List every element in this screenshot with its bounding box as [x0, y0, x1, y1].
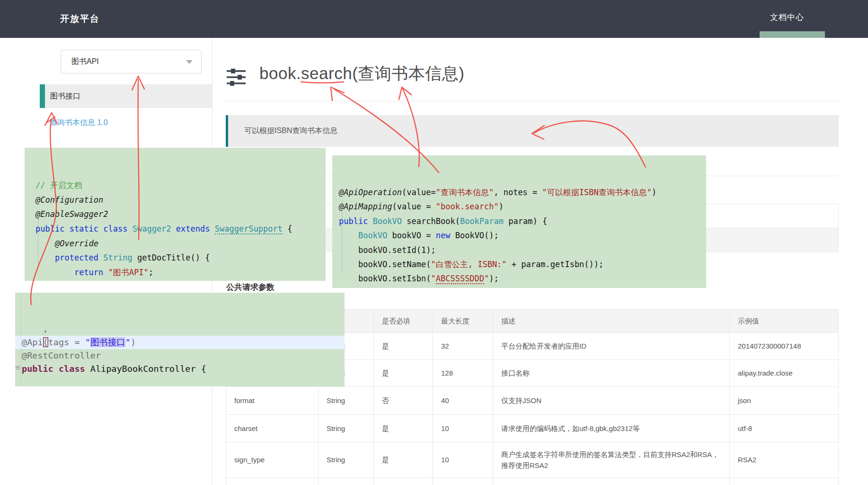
- table-row: sign_typeString是10商户生成签名字符串所使用的签名算法类型，目前…: [226, 442, 838, 477]
- table-cell: [374, 478, 433, 485]
- table-cell: [433, 478, 493, 485]
- annotation-arrowhead: [399, 87, 411, 99]
- table-cell: 10: [433, 442, 493, 477]
- table-row: formatString否40仅支持JSONjson: [226, 386, 838, 414]
- annotation-arrowhead: [331, 87, 344, 100]
- code-overlay-swagger-config: // 开启文档@Configuration@EnableSwagger2publ…: [25, 148, 326, 281]
- table-header-cell: 示例值: [730, 310, 838, 332]
- table-cell: 128: [433, 360, 493, 386]
- table-cell: format: [226, 387, 319, 414]
- table-cell: utf-8: [730, 415, 838, 442]
- code-overlay-search-method: @ApiOperation(value="查询书本信息", notes = "可…: [332, 155, 706, 288]
- code-line: bookVO.setName("白雪公主, ISBN:" + param.get…: [339, 257, 706, 271]
- table-cell: 否: [374, 387, 433, 414]
- table-cell: String: [319, 415, 374, 442]
- code-line: @Configuration: [35, 193, 326, 207]
- notice-banner: 可以根据ISBN查询书本信息: [226, 115, 839, 147]
- code-line: public class AlipayBookController {: [22, 362, 345, 376]
- code-line: }: [35, 280, 326, 281]
- code-line: public BookVO searchBook(BookParam param…: [339, 214, 706, 228]
- notice-text: 可以根据ISBN查询书本信息: [244, 115, 337, 146]
- code-overlay-book-controller: ⊖ ,@Api(tags = "图书接口")@RestControllerpub…: [15, 293, 345, 386]
- code-line: return "图书API";: [35, 265, 326, 280]
- code-line: @EnableSwagger2: [35, 207, 326, 222]
- table-header-cell: 描述: [493, 310, 730, 332]
- code-line: bookVO.setId(1);: [339, 243, 706, 257]
- table-cell: 仅支持JSON: [493, 387, 730, 414]
- section-heading-common-params: 公共请求参数: [226, 282, 275, 293]
- code-line: bookVO.setIsbn("ABCSSSSDDD");: [339, 271, 706, 286]
- api-category-dropdown[interactable]: 图书API: [61, 50, 202, 73]
- table-cell: 是: [374, 415, 433, 442]
- page: 开放平台 文档中心 图书API 图书接口 查询书本信息 1.0 book.sea…: [0, 0, 868, 485]
- table-cell: String: [319, 387, 374, 414]
- table-header-cell: 是否必填: [374, 310, 433, 332]
- sidebar-item-book-api-group[interactable]: 图书接口: [40, 84, 212, 108]
- indent-guide: [38, 209, 38, 267]
- brand-title: 开放平台: [60, 0, 100, 38]
- table-header-cell: 最大长度: [433, 310, 493, 332]
- table-cell: [319, 478, 374, 485]
- code-line: @Override: [35, 236, 326, 251]
- table-cell: RSA2: [730, 442, 838, 477]
- table-cell: [493, 478, 730, 485]
- sidebar-link-search-book[interactable]: 查询书本信息 1.0: [50, 118, 108, 128]
- table-cell: 商户生成签名字符串所使用的签名算法类型，目前支持RSA2和RSA，推荐使用RSA…: [493, 442, 730, 477]
- table-row: [226, 477, 838, 485]
- code-line: @ApiOperation(value="查询书本信息", notes = "可…: [339, 185, 706, 199]
- table-cell: [730, 478, 838, 485]
- table-cell: sign_type: [226, 442, 319, 477]
- code-line: public static class Swagger2 extends Swa…: [35, 222, 326, 236]
- top-navbar: 开放平台 文档中心: [0, 0, 868, 38]
- fold-collapse-icon: ⊖: [15, 364, 20, 371]
- table-cell: 平台分配给开发者的应用ID: [493, 333, 730, 359]
- table-row: charsetString是10请求使用的编码格式，如utf-8,gbk,gb2…: [226, 414, 838, 442]
- table-cell: 请求使用的编码格式，如utf-8,gbk,gb2312等: [493, 415, 730, 442]
- title-divider: [226, 101, 839, 101]
- table-cell: 是: [374, 360, 433, 386]
- code-line: @ApiMapping(value = "book.search"): [339, 199, 706, 214]
- table-cell: [226, 478, 319, 485]
- table-cell: 40: [433, 387, 493, 414]
- page-title: book.search(查询书本信息): [259, 63, 464, 85]
- code-line: ,: [22, 323, 345, 336]
- dropdown-selected-value: 图书API: [71, 50, 99, 73]
- code-line: // 开启文档: [35, 178, 326, 193]
- code-line: @Api(tags = "图书接口"): [15, 336, 345, 349]
- table-cell: 接口名称: [493, 360, 730, 386]
- table-cell: 32: [433, 333, 493, 359]
- table-cell: 10: [433, 415, 493, 442]
- sidebar-item-label: 图书接口: [50, 84, 80, 108]
- code-line: return bookVO;: [339, 286, 706, 288]
- code-line: @RestController: [22, 349, 345, 362]
- sliders-icon: [226, 68, 246, 89]
- code-line: [22, 376, 345, 386]
- chevron-down-icon: [186, 60, 193, 64]
- nav-doc-center[interactable]: 文档中心: [770, 0, 804, 35]
- indent-guide: [342, 201, 342, 273]
- code-line: BookVO bookVO = new BookVO();: [339, 228, 706, 242]
- table-cell: charset: [226, 415, 319, 442]
- table-cell: alipay.trade.close: [730, 360, 838, 386]
- table-cell: String: [319, 442, 374, 477]
- table-cell: json: [730, 387, 838, 414]
- table-cell: 是: [374, 333, 433, 359]
- code-line: protected String getDocTitle() {: [35, 251, 326, 265]
- table-cell: 是: [374, 442, 433, 477]
- nav-active-tab-indicator: [760, 31, 825, 38]
- active-item-accent-bar: [40, 84, 45, 108]
- table-cell: 2014072300007148: [730, 333, 838, 359]
